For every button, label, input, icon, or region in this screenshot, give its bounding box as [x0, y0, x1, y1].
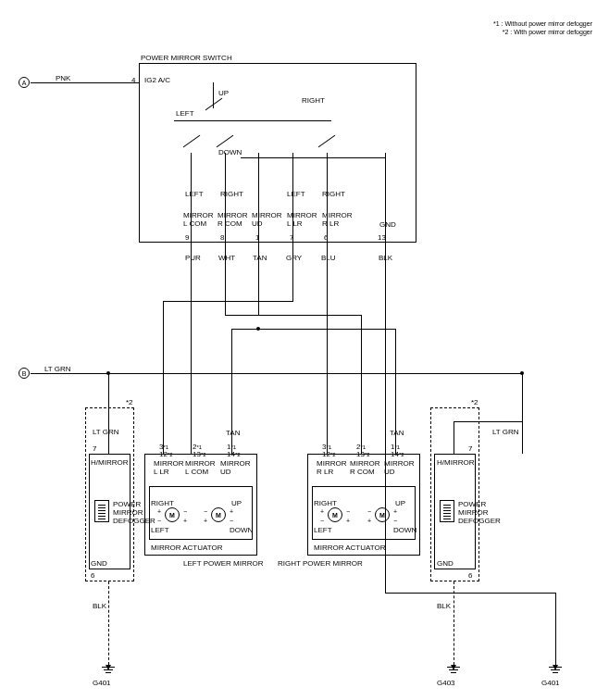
left-t1-sub: 14*2 — [227, 450, 241, 458]
left-m1-minus-icon: − — [155, 517, 163, 524]
left-m1-plus2-icon: + — [181, 517, 189, 524]
right-star: *2 — [471, 398, 478, 406]
right-motor-ud-icon: M — [375, 507, 390, 522]
left-mirror-title: LEFT POWER MIRROR — [183, 559, 264, 568]
sw-gnd-bus — [241, 157, 386, 158]
w1 — [258, 153, 259, 315]
left-motor-lr-icon: M — [165, 507, 180, 522]
route-h1 — [163, 301, 293, 302]
right-t2-sub: 13*2 — [356, 450, 370, 458]
left-defogger-icon — [94, 500, 109, 522]
w9 — [191, 153, 192, 454]
w13-color: BLK — [379, 254, 392, 262]
left-t3-name: MIRROR L LR — [154, 459, 183, 476]
pin4-label: IG2 A/C — [144, 76, 170, 84]
left-motor-ud-icon: M — [211, 507, 226, 522]
left-actuator-wire-ud — [231, 329, 232, 454]
pin4-num: 4 — [131, 76, 135, 84]
w1-color: TAN — [253, 254, 267, 262]
route-h3b — [231, 329, 258, 330]
route-v1 — [163, 301, 164, 454]
left-ground-icon — [102, 667, 115, 676]
right-tan: TAN — [390, 429, 404, 437]
left-hmirror: H/MIRROR — [91, 458, 128, 467]
left-m2-minus-icon: + — [202, 517, 209, 524]
right2-ground-icon — [549, 667, 562, 676]
w6-color: BLU — [321, 254, 336, 262]
right-m2-plus-icon: − — [366, 507, 373, 515]
right-blk: BLK — [437, 602, 451, 610]
left-m1-minus2-icon: − — [181, 507, 189, 515]
right-gnd-label: GND — [437, 559, 454, 568]
sw-down: DOWN — [218, 148, 242, 156]
b-right-v — [522, 373, 523, 421]
term13-name: GND — [379, 220, 396, 229]
right-ground-icon — [447, 667, 460, 676]
right-m2-minus-icon: + — [366, 517, 373, 524]
legend-note2: *2 : With power mirror defogger — [503, 29, 592, 35]
right-t3-sub: 12*2 — [322, 450, 336, 458]
left-m2-plus-icon: − — [202, 507, 209, 515]
input-a-icon: A — [19, 77, 30, 88]
wire-a-color: PNK — [56, 74, 70, 82]
left-ground-label: G401 — [93, 679, 111, 687]
right-m1-plus2-icon: + — [344, 517, 352, 524]
term9-name: MIRROR L COM — [183, 211, 213, 228]
sw-left3: LEFT — [287, 190, 305, 198]
left-m2-minus2-icon: + — [228, 507, 235, 515]
right-ground-label: G403 — [437, 679, 455, 687]
wire-b — [31, 373, 522, 374]
right-t1-sub: 14*2 — [391, 450, 404, 458]
left-ltgrn: LT GRN — [93, 428, 119, 436]
wire-a — [31, 82, 139, 83]
right-t1-name: MIRROR UD — [384, 459, 414, 476]
blk-h — [385, 593, 555, 594]
junction-1 — [256, 327, 260, 331]
left-m1-right: RIGHT — [151, 499, 174, 507]
left-tan: TAN — [226, 429, 240, 437]
term7-name: MIRROR L LR — [287, 211, 317, 228]
sw-right: RIGHT — [302, 96, 325, 105]
term9-pin: 9 — [185, 233, 189, 242]
w9-color: PUR — [185, 254, 201, 262]
wire-b-color: LT GRN — [44, 365, 71, 373]
b-right-v2 — [454, 421, 454, 454]
w6 — [327, 153, 328, 454]
right-motor-lr-icon: M — [328, 507, 342, 522]
left-blk: BLK — [93, 602, 106, 610]
input-b-icon: B — [19, 368, 30, 379]
left-gnd-wire — [108, 581, 109, 665]
right-mirror-title: RIGHT POWER MIRROR — [278, 559, 363, 568]
left-t2-name: MIRROR L COM — [185, 459, 215, 476]
left-gnd-pin: 6 — [91, 571, 94, 580]
right-m2-down: DOWN — [393, 526, 416, 534]
sw-right3: RIGHT — [322, 190, 345, 198]
right-m1-plus-icon: + — [318, 507, 326, 515]
right-m1-minus-icon: − — [318, 517, 326, 524]
sw-up: UP — [218, 89, 229, 97]
w8 — [225, 153, 226, 315]
right-pin7: 7 — [468, 444, 472, 453]
right-m2-plus2-icon: − — [392, 517, 399, 524]
term8-name: MIRROR R COM — [218, 211, 247, 228]
sw-left2: LEFT — [185, 190, 204, 198]
right-ltgrn: LT GRN — [492, 428, 519, 436]
route-h3 — [258, 329, 396, 330]
w8-color: WHT — [218, 254, 235, 262]
left-gnd-label: GND — [91, 559, 107, 568]
right-m2-minus2-icon: + — [392, 507, 399, 515]
right-t2-name: MIRROR R COM — [350, 459, 379, 476]
right-gnd-wire — [454, 581, 454, 665]
right-gnd-pin: 6 — [468, 571, 472, 580]
left-m2-down: DOWN — [230, 526, 253, 534]
w7-color: GRY — [286, 254, 302, 262]
left-m1-left: LEFT — [151, 526, 169, 534]
switch-title: POWER MIRROR SWITCH — [141, 54, 232, 62]
left-m2-up: UP — [231, 499, 242, 507]
blk-v2 — [555, 593, 556, 665]
right-defogger-label: POWER MIRROR DEFOGGER — [458, 500, 501, 525]
right-hmirror: H/MIRROR — [437, 458, 474, 467]
sw-h1 — [174, 120, 331, 121]
left-t2-sub: 13*2 — [193, 450, 206, 458]
sw-right2: RIGHT — [220, 190, 243, 198]
